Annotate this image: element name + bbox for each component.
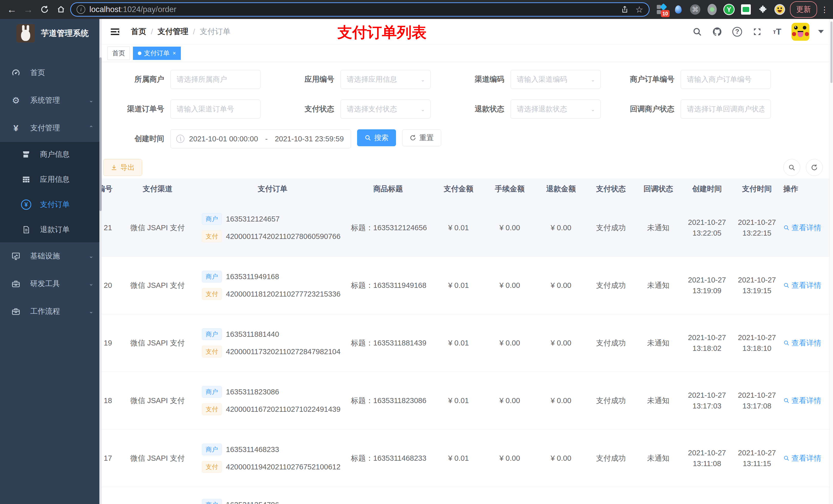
sidebar-item-pay-order[interactable]: ¥ 支付订单 (0, 192, 102, 217)
browser-home-button[interactable] (54, 2, 68, 17)
table-row[interactable]: 20 微信 JSAPI 支付 商户1635311949168 支付4200001… (102, 257, 829, 314)
bookmark-star-icon[interactable]: ☆ (636, 4, 643, 15)
page-scrollbar-thumb[interactable] (830, 22, 832, 83)
view-detail-link[interactable]: 查看详情 (783, 280, 821, 291)
reset-button[interactable]: 重置 (402, 129, 441, 146)
extensions-puzzle-icon[interactable] (757, 4, 768, 15)
app-select[interactable] (340, 70, 431, 89)
cell-amount: ¥ 0.01 (433, 395, 484, 406)
extension-record-icon[interactable] (707, 4, 718, 15)
user-avatar[interactable] (791, 23, 809, 41)
field-label: 所属商户 (103, 74, 164, 85)
cell-action: 查看详情 (781, 280, 829, 291)
table-row[interactable]: 17 微信 JSAPI 支付 商户1635311468233 支付4200001… (102, 430, 829, 487)
cell-notify: 未通知 (635, 222, 681, 233)
table-row[interactable]: 18 微信 JSAPI 支付 商户1635311823086 支付4200001… (102, 372, 829, 430)
refund-status-select[interactable] (510, 100, 601, 119)
filter-merchant-order-no: 商户订单编号 (613, 70, 771, 89)
view-detail-link[interactable]: 查看详情 (783, 222, 821, 233)
extension-y-icon[interactable]: Y (723, 4, 735, 15)
table-row[interactable]: 21 微信 JSAPI 支付 商户1635312124657 支付4200001… (102, 199, 829, 257)
header-action: 操作 (781, 183, 829, 194)
extension-command-icon[interactable]: ⌘ (690, 4, 701, 15)
tag-label: 支付订单 (144, 49, 170, 57)
refresh-table-button[interactable] (806, 159, 823, 176)
search-icon (783, 398, 789, 404)
cell-title: 标题：1635312124656 (343, 222, 433, 233)
sidebar-collapse-icon[interactable] (108, 25, 122, 39)
date-separator: - (265, 135, 268, 143)
avatar-caret-icon[interactable] (818, 30, 824, 33)
merchant-tag: 商户 (202, 271, 222, 283)
tag-pay-order[interactable]: 支付订单 × (133, 47, 181, 60)
filter-row-3: 创建时间 2021-10-01 00:00:00 - 2021-10-31 23… (102, 129, 829, 148)
browser-update-button[interactable]: 更新 (790, 1, 817, 18)
sidebar-item-label: 工作流程 (30, 306, 60, 316)
sidebar-logo[interactable]: 芋道管理系统 (0, 19, 102, 48)
search-icon (783, 340, 789, 346)
sidebar-item-infra[interactable]: 基础设施 ⌄ (0, 242, 102, 270)
view-detail-link[interactable]: 查看详情 (783, 453, 821, 463)
view-detail-link[interactable]: 查看详情 (783, 395, 821, 406)
sidebar-item-app-info[interactable]: 应用信息 (0, 167, 102, 192)
cell-title: 标题：1635311468233 (343, 453, 433, 463)
pay-order-no: 4200001194202110276752100612 (226, 461, 340, 472)
channel-code-select[interactable] (510, 70, 601, 89)
merchant-select[interactable] (170, 70, 261, 89)
channel-order-no-input[interactable] (170, 100, 261, 119)
sidebar-item-system[interactable]: ⚙ 系统管理 ⌄ (0, 87, 102, 114)
date-end: 2021-10-31 23:59:59 (275, 135, 344, 143)
table-row[interactable]: 19 微信 JSAPI 支付 商户1635311881440 支付4200001… (102, 314, 829, 372)
extension-balloon-icon[interactable] (673, 4, 684, 15)
browser-back-button[interactable]: ← (5, 2, 19, 17)
pay-order-no: 4200001181202110277723215336 (226, 289, 340, 299)
sidebar-item-payment[interactable]: ¥ 支付管理 ⌃ (0, 114, 102, 142)
tag-home[interactable]: 首页 (107, 47, 130, 60)
breadcrumb-pay-manage[interactable]: 支付管理 (158, 26, 188, 37)
search-icon[interactable] (692, 26, 703, 38)
profile-avatar-icon[interactable] (774, 4, 785, 15)
sidebar-scrollbar-thumb[interactable] (99, 57, 102, 211)
github-icon[interactable] (712, 26, 723, 38)
date-range-input[interactable]: 2021-10-01 00:00:00 - 2021-10-31 23:59:5… (170, 129, 351, 148)
browser-forward-button[interactable]: → (21, 2, 35, 17)
breadcrumb-home[interactable]: 首页 (131, 26, 146, 37)
browser-reload-button[interactable] (38, 2, 52, 17)
site-info-icon[interactable]: i (77, 5, 85, 14)
sidebar-item-workflow[interactable]: 工作流程 ⌄ (0, 297, 102, 325)
notify-status-select[interactable] (681, 100, 771, 119)
toggle-search-button[interactable] (783, 159, 800, 176)
merchant-order-no-input[interactable] (681, 70, 771, 89)
cell-no: 19 (102, 338, 125, 348)
merchant-tag: 商户 (202, 499, 222, 504)
export-button[interactable]: 导出 (103, 159, 142, 176)
address-bar[interactable]: i localhost:1024/pay/order ☆ (70, 2, 649, 17)
page-scrollbar[interactable] (829, 19, 833, 504)
sidebar-item-refund-order[interactable]: 退款订单 (0, 217, 102, 242)
fullscreen-icon[interactable] (752, 26, 763, 38)
extension-chat-icon[interactable] (740, 4, 752, 15)
view-detail-link[interactable]: 查看详情 (783, 338, 821, 348)
font-size-icon[interactable]: тT (771, 26, 783, 38)
sidebar-scrollbar[interactable] (99, 19, 102, 504)
help-icon[interactable]: ? (732, 26, 743, 38)
table-row-partial[interactable]: 商户1635311354786 (102, 487, 829, 504)
pay-status-select[interactable] (340, 100, 431, 119)
extension-badge-icon[interactable]: 10 (656, 4, 667, 15)
search-button[interactable]: 搜索 (357, 129, 396, 146)
sidebar-item-label: 退款订单 (40, 224, 70, 235)
share-icon[interactable] (621, 5, 629, 14)
browser-menu-icon[interactable]: ⋮ (821, 5, 828, 14)
filter-create-time: 创建时间 2021-10-01 00:00:00 - 2021-10-31 23… (103, 129, 351, 148)
cell-title: 标题：1635311823086 (343, 395, 433, 406)
main-panel: 首页 / 支付管理 / 支付订单 支付订单列表 ? тT (102, 19, 833, 504)
extension-icons: 10 ⌘ Y (656, 4, 785, 15)
close-icon[interactable]: × (173, 50, 176, 56)
sidebar-item-dev-tools[interactable]: 研发工具 ⌄ (0, 270, 102, 297)
filter-row-1: 所属商户 应用编号 ⌄ 渠道编码 ⌄ 商户订单编号 (102, 70, 829, 89)
filter-refund-status: 退款状态 ⌄ (443, 100, 601, 119)
sidebar-item-merchant-info[interactable]: 商户信息 (0, 142, 102, 167)
sidebar-item-home[interactable]: 首页 (0, 59, 102, 87)
gear-icon: ⚙ (10, 95, 22, 105)
sidebar-menu: 首页 ⚙ 系统管理 ⌄ ¥ 支付管理 ⌃ 商户信息 (0, 59, 102, 325)
